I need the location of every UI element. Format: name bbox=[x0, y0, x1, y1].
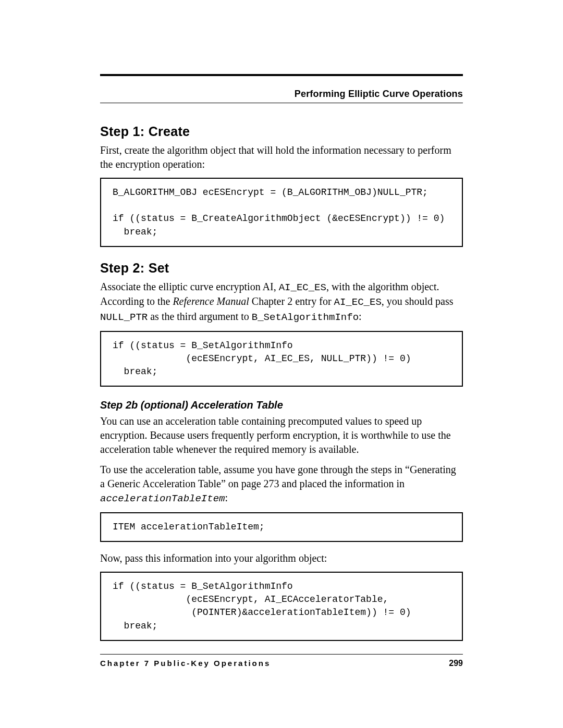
footer-page-number: 299 bbox=[449, 659, 463, 668]
step1-heading: Step 1: Create bbox=[100, 124, 463, 139]
step2b-para2: To use the acceleration table, assume yo… bbox=[100, 463, 463, 506]
step2-para1-e: as the third argument to bbox=[148, 311, 252, 322]
step1-para1: First, create the algorithm object that … bbox=[100, 143, 463, 171]
footer-chapter: Chapter 7 Public-Key Operations bbox=[100, 659, 271, 668]
step1-codebox: B_ALGORITHM_OBJ ecESEncrypt = (B_ALGORIT… bbox=[100, 178, 463, 247]
step2-para1-code2: AI_EC_ES bbox=[334, 297, 382, 308]
step2-para1-d: , you should pass bbox=[382, 295, 454, 307]
step2b-para3: Now, pass this information into your alg… bbox=[100, 551, 463, 565]
step2-para1-ref: Reference Manual bbox=[173, 295, 249, 307]
step2-para1-a: Associate the elliptic curve encryption … bbox=[100, 281, 279, 292]
step2-para1-code4: B_SetAlgorithmInfo bbox=[252, 312, 359, 323]
step2-heading: Step 2: Set bbox=[100, 261, 463, 276]
step2b-para2-a: To use the acceleration table, assume yo… bbox=[100, 464, 456, 489]
step2-codebox: if ((status = B_SetAlgorithmInfo (ecESEn… bbox=[100, 331, 463, 387]
step2b-codebox1: ITEM accelerationTableItem; bbox=[100, 512, 463, 542]
step2-para1-code3: NULL_PTR bbox=[100, 312, 148, 323]
step2b-codebox2: if ((status = B_SetAlgorithmInfo (ecESEn… bbox=[100, 572, 463, 641]
step2-para1-code1: AI_EC_ES bbox=[279, 282, 326, 293]
step2-para1: Associate the elliptic curve encryption … bbox=[100, 280, 463, 325]
top-rule bbox=[100, 74, 463, 76]
step2b-para2-code: accelerationTableItem bbox=[100, 493, 225, 504]
step2-para1-c: Chapter 2 entry for bbox=[249, 295, 334, 307]
step2b-para1: You can use an acceleration table contai… bbox=[100, 414, 463, 456]
page-footer: Chapter 7 Public-Key Operations 299 bbox=[100, 654, 463, 668]
section-header-row: Performing Elliptic Curve Operations bbox=[100, 89, 463, 103]
step2b-heading: Step 2b (optional) Acceleration Table bbox=[100, 399, 463, 411]
page: Performing Elliptic Curve Operations Ste… bbox=[0, 0, 563, 728]
step2b-para2-b: : bbox=[225, 492, 228, 503]
section-header: Performing Elliptic Curve Operations bbox=[295, 89, 463, 100]
step2-para1-f: : bbox=[359, 311, 362, 322]
